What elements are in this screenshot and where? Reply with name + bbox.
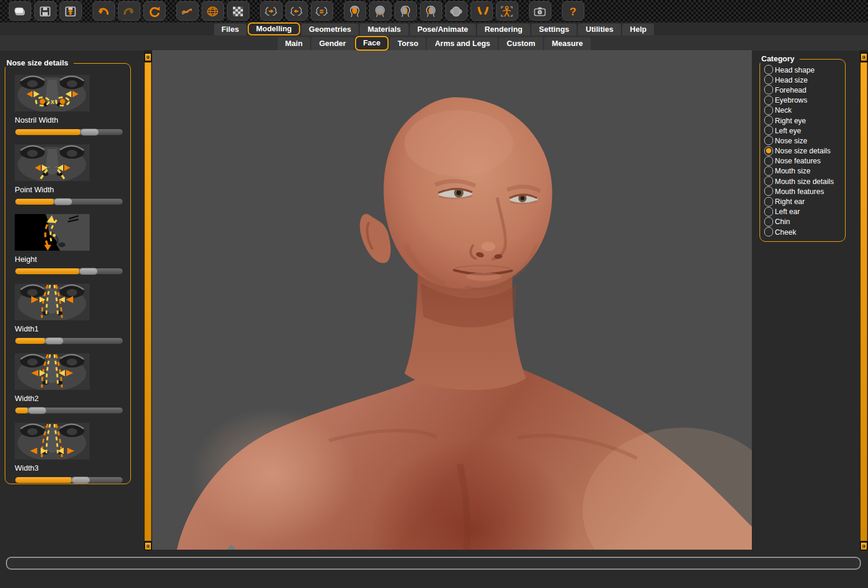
radio-icon[interactable] (764, 96, 773, 105)
radio-icon[interactable] (764, 106, 773, 115)
viewport-resize-handle[interactable] (226, 544, 236, 550)
category-item-nose-features[interactable]: Nose features (764, 156, 845, 166)
view-right-side-button[interactable] (394, 1, 417, 21)
modifier-label: Height (15, 255, 130, 264)
radio-icon[interactable] (764, 176, 773, 186)
slider-handle[interactable] (45, 337, 64, 344)
radio-icon[interactable] (764, 166, 773, 176)
point-width-slider[interactable] (15, 198, 123, 205)
width1-slider[interactable] (15, 337, 123, 344)
category-item-mouth-size[interactable]: Mouth size (764, 166, 845, 176)
nostril-width-slider[interactable] (15, 129, 123, 136)
category-item-left-eye[interactable]: Left eye (764, 126, 845, 136)
view-back-button[interactable] (369, 1, 392, 21)
width3-slider[interactable] (15, 477, 123, 484)
category-item-cheek[interactable]: Cheek (764, 227, 845, 237)
radio-icon[interactable] (764, 227, 773, 236)
undo-button[interactable] (93, 1, 115, 21)
category-item-head-size[interactable]: Head size (764, 75, 845, 85)
left-panel-collapse-button-bottom[interactable] (144, 542, 152, 550)
subtab-gender[interactable]: Gender (311, 37, 354, 51)
tab-materials[interactable]: Materials (360, 24, 408, 35)
tab-rendering[interactable]: Rendering (477, 24, 530, 35)
load-button[interactable] (60, 1, 82, 21)
slider-handle[interactable] (80, 129, 99, 136)
slider-handle[interactable] (79, 268, 98, 275)
reset-button[interactable] (143, 1, 166, 21)
radio-icon[interactable] (764, 126, 773, 135)
category-item-left-ear[interactable]: Left ear (764, 207, 845, 217)
right-panel-divider-bar[interactable] (860, 63, 867, 541)
face-symmetry-button[interactable] (311, 1, 333, 21)
radio-icon[interactable] (764, 85, 773, 94)
subtab-main[interactable]: Main (278, 37, 311, 51)
modifier-label: Width1 (15, 324, 130, 333)
radio-icon[interactable] (764, 156, 773, 166)
slider-handle[interactable] (54, 198, 73, 205)
width2-slider[interactable] (15, 407, 123, 414)
subtab-measure[interactable]: Measure (544, 37, 591, 51)
category-item-neck[interactable]: Neck (764, 106, 845, 116)
wireframe-button[interactable] (202, 1, 224, 21)
right-panel-collapse-button[interactable] (860, 53, 867, 61)
category-item-label: Right eye (775, 117, 806, 125)
radio-icon[interactable] (764, 75, 773, 84)
tab-pose-animate[interactable]: Pose/Animate (410, 24, 476, 35)
smooth-icon (180, 5, 195, 18)
left-panel-divider-bar[interactable] (144, 63, 152, 541)
face-right-button[interactable] (260, 1, 282, 21)
tab-settings[interactable]: Settings (531, 24, 577, 35)
radio-icon[interactable] (764, 217, 773, 226)
tab-utilities[interactable]: Utilities (578, 24, 621, 35)
view-top-button[interactable] (445, 1, 468, 21)
smooth-button[interactable] (176, 1, 199, 21)
help-button[interactable]: ? (562, 1, 584, 21)
right-panel-collapse-button-bottom[interactable] (860, 542, 867, 550)
category-item-head-shape[interactable]: Head shape (764, 65, 845, 75)
view-front-button[interactable] (344, 1, 366, 21)
height-slider[interactable] (15, 268, 123, 275)
radio-icon[interactable] (764, 116, 773, 125)
radio-icon[interactable] (764, 136, 773, 145)
tab-files[interactable]: Files (214, 24, 247, 35)
face-left-button[interactable] (285, 1, 308, 21)
new-button[interactable] (9, 1, 31, 21)
main-toolbar: ? (0, 0, 868, 22)
category-item-nose-size[interactable]: Nose size (764, 136, 845, 146)
view-body-button[interactable] (496, 1, 518, 21)
category-item-chin[interactable]: Chin (764, 217, 845, 227)
left-panel-collapse-button[interactable] (144, 53, 152, 61)
subtab-custom[interactable]: Custom (499, 37, 542, 51)
toolbar-group (91, 0, 167, 21)
view-hands-button[interactable] (471, 1, 493, 21)
category-item-mouth-size-details[interactable]: Mouth size details (764, 176, 845, 186)
category-item-right-ear[interactable]: Right ear (764, 196, 845, 206)
category-item-right-eye[interactable]: Right eye (764, 116, 845, 126)
category-item-mouth-features[interactable]: Mouth features (764, 186, 845, 196)
radio-icon[interactable] (764, 207, 773, 216)
subtab-face[interactable]: Face (355, 36, 389, 51)
modifier-label: Width3 (15, 464, 130, 472)
subtab-arms-and-legs[interactable]: Arms and Legs (427, 37, 498, 51)
viewport-3d[interactable] (152, 50, 752, 550)
category-item-eyebrows[interactable]: Eyebrows (764, 96, 845, 106)
radio-icon[interactable] (764, 65, 773, 74)
redo-button[interactable] (118, 1, 140, 21)
background-button[interactable] (227, 1, 249, 21)
slider-handle[interactable] (71, 477, 90, 484)
tab-geometries[interactable]: Geometries (301, 24, 359, 35)
subtab-torso[interactable]: Torso (390, 37, 426, 51)
tab-help[interactable]: Help (622, 24, 654, 35)
camera-button[interactable] (529, 1, 551, 21)
radio-icon[interactable] (764, 186, 773, 196)
slider-handle[interactable] (28, 407, 47, 414)
radio-icon[interactable] (764, 146, 773, 156)
width3-thumbnail (15, 423, 90, 459)
radio-icon[interactable] (764, 197, 773, 206)
view-top-icon (449, 5, 463, 18)
save-button[interactable] (34, 1, 57, 21)
view-left-side-button[interactable] (420, 1, 442, 21)
category-item-forehead[interactable]: Forehead (764, 85, 845, 95)
category-item-nose-size-details[interactable]: Nose size details (764, 146, 845, 156)
tab-modelling[interactable]: Modelling (248, 22, 300, 35)
